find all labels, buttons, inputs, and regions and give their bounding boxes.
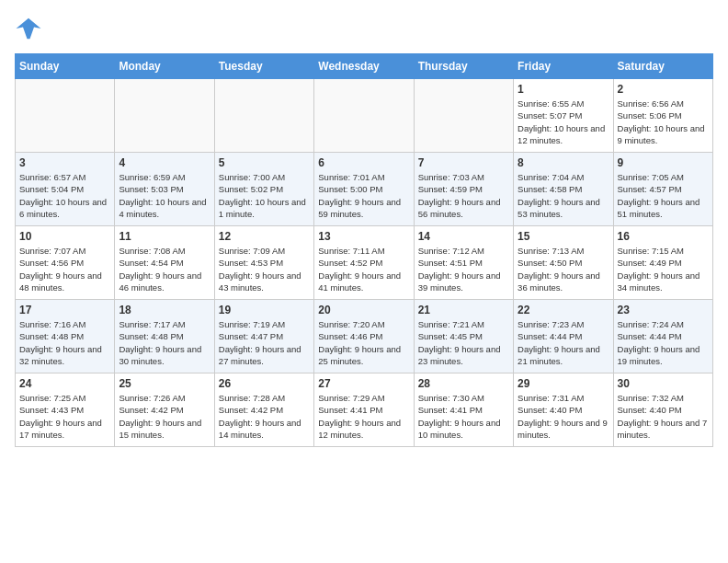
- calendar-cell: 20Sunrise: 7:20 AM Sunset: 4:46 PM Dayli…: [314, 300, 414, 373]
- calendar-week-1: 3Sunrise: 6:57 AM Sunset: 5:04 PM Daylig…: [16, 153, 713, 226]
- calendar-cell: 6Sunrise: 7:01 AM Sunset: 5:00 PM Daylig…: [314, 153, 414, 226]
- day-info: Sunrise: 7:20 AM Sunset: 4:46 PM Dayligh…: [318, 318, 409, 367]
- day-info: Sunrise: 7:17 AM Sunset: 4:48 PM Dayligh…: [119, 318, 210, 367]
- page-header: [15, 15, 713, 42]
- day-number: 10: [19, 230, 110, 243]
- day-number: 15: [518, 230, 609, 243]
- day-number: 11: [119, 230, 210, 243]
- day-info: Sunrise: 7:13 AM Sunset: 4:50 PM Dayligh…: [518, 245, 609, 293]
- calendar-cell: [414, 79, 513, 153]
- day-info: Sunrise: 7:24 AM Sunset: 4:44 PM Dayligh…: [618, 318, 709, 367]
- calendar-cell: 1Sunrise: 6:55 AM Sunset: 5:07 PM Daylig…: [514, 79, 613, 153]
- calendar-cell: [214, 79, 313, 153]
- day-info: Sunrise: 7:16 AM Sunset: 4:48 PM Dayligh…: [19, 318, 110, 367]
- calendar-body: 1Sunrise: 6:55 AM Sunset: 5:07 PM Daylig…: [16, 79, 713, 447]
- calendar-cell: [16, 79, 115, 153]
- day-info: Sunrise: 7:12 AM Sunset: 4:51 PM Dayligh…: [418, 245, 509, 293]
- calendar-cell: 4Sunrise: 6:59 AM Sunset: 5:03 PM Daylig…: [115, 153, 214, 226]
- day-number: 19: [219, 304, 310, 316]
- calendar-week-4: 24Sunrise: 7:25 AM Sunset: 4:43 PM Dayli…: [16, 373, 713, 447]
- calendar-cell: 22Sunrise: 7:23 AM Sunset: 4:44 PM Dayli…: [514, 300, 613, 373]
- day-info: Sunrise: 7:04 AM Sunset: 4:58 PM Dayligh…: [518, 171, 609, 220]
- calendar-week-2: 10Sunrise: 7:07 AM Sunset: 4:56 PM Dayli…: [16, 226, 713, 300]
- day-number: 16: [618, 230, 709, 243]
- day-info: Sunrise: 7:30 AM Sunset: 4:41 PM Dayligh…: [418, 392, 509, 441]
- day-header-tuesday: Tuesday: [214, 54, 313, 79]
- day-number: 13: [318, 230, 409, 243]
- calendar-cell: 16Sunrise: 7:15 AM Sunset: 4:49 PM Dayli…: [613, 226, 712, 300]
- day-number: 12: [219, 230, 310, 243]
- calendar-cell: 15Sunrise: 7:13 AM Sunset: 4:50 PM Dayli…: [514, 226, 613, 300]
- day-info: Sunrise: 7:05 AM Sunset: 4:57 PM Dayligh…: [618, 171, 709, 220]
- day-info: Sunrise: 7:07 AM Sunset: 4:56 PM Dayligh…: [19, 245, 110, 293]
- logo: [15, 15, 46, 42]
- calendar-cell: 27Sunrise: 7:29 AM Sunset: 4:41 PM Dayli…: [314, 373, 414, 447]
- day-number: 30: [618, 377, 709, 390]
- calendar-cell: 3Sunrise: 6:57 AM Sunset: 5:04 PM Daylig…: [16, 153, 115, 226]
- day-info: Sunrise: 7:03 AM Sunset: 4:59 PM Dayligh…: [418, 171, 509, 220]
- day-number: 7: [418, 156, 509, 169]
- day-info: Sunrise: 7:29 AM Sunset: 4:41 PM Dayligh…: [318, 392, 409, 441]
- calendar-cell: 5Sunrise: 7:00 AM Sunset: 5:02 PM Daylig…: [214, 153, 313, 226]
- day-number: 20: [318, 304, 409, 316]
- calendar-cell: 29Sunrise: 7:31 AM Sunset: 4:40 PM Dayli…: [514, 373, 613, 447]
- calendar-cell: 10Sunrise: 7:07 AM Sunset: 4:56 PM Dayli…: [16, 226, 115, 300]
- calendar-cell: 14Sunrise: 7:12 AM Sunset: 4:51 PM Dayli…: [414, 226, 513, 300]
- day-info: Sunrise: 6:59 AM Sunset: 5:03 PM Dayligh…: [119, 171, 210, 220]
- day-info: Sunrise: 7:31 AM Sunset: 4:40 PM Dayligh…: [518, 392, 609, 441]
- day-info: Sunrise: 7:15 AM Sunset: 4:49 PM Dayligh…: [618, 245, 709, 293]
- day-info: Sunrise: 7:19 AM Sunset: 4:47 PM Dayligh…: [219, 318, 310, 367]
- calendar-cell: 25Sunrise: 7:26 AM Sunset: 4:42 PM Dayli…: [115, 373, 214, 447]
- day-header-friday: Friday: [514, 54, 613, 79]
- svg-marker-0: [17, 18, 41, 40]
- day-number: 27: [318, 377, 409, 390]
- day-number: 29: [518, 377, 609, 390]
- day-number: 21: [418, 304, 509, 316]
- calendar-cell: 17Sunrise: 7:16 AM Sunset: 4:48 PM Dayli…: [16, 300, 115, 373]
- day-number: 18: [119, 304, 210, 316]
- day-header-wednesday: Wednesday: [314, 54, 414, 79]
- calendar-cell: 11Sunrise: 7:08 AM Sunset: 4:54 PM Dayli…: [115, 226, 214, 300]
- calendar-cell: 23Sunrise: 7:24 AM Sunset: 4:44 PM Dayli…: [613, 300, 712, 373]
- calendar-cell: 18Sunrise: 7:17 AM Sunset: 4:48 PM Dayli…: [115, 300, 214, 373]
- calendar-cell: 12Sunrise: 7:09 AM Sunset: 4:53 PM Dayli…: [214, 226, 313, 300]
- day-info: Sunrise: 6:57 AM Sunset: 5:04 PM Dayligh…: [19, 171, 110, 220]
- calendar-cell: 24Sunrise: 7:25 AM Sunset: 4:43 PM Dayli…: [16, 373, 115, 447]
- day-info: Sunrise: 7:08 AM Sunset: 4:54 PM Dayligh…: [119, 245, 210, 293]
- calendar-cell: 2Sunrise: 6:56 AM Sunset: 5:06 PM Daylig…: [613, 79, 712, 153]
- day-info: Sunrise: 6:55 AM Sunset: 5:07 PM Dayligh…: [518, 98, 609, 146]
- day-number: 17: [19, 304, 110, 316]
- day-number: 4: [119, 156, 210, 169]
- calendar-cell: 13Sunrise: 7:11 AM Sunset: 4:52 PM Dayli…: [314, 226, 414, 300]
- day-number: 5: [219, 156, 310, 169]
- day-info: Sunrise: 7:28 AM Sunset: 4:42 PM Dayligh…: [219, 392, 310, 441]
- calendar-cell: [314, 79, 414, 153]
- day-number: 6: [318, 156, 409, 169]
- day-info: Sunrise: 7:11 AM Sunset: 4:52 PM Dayligh…: [318, 245, 409, 293]
- day-info: Sunrise: 7:23 AM Sunset: 4:44 PM Dayligh…: [518, 318, 609, 367]
- calendar-header-row: SundayMondayTuesdayWednesdayThursdayFrid…: [16, 54, 713, 79]
- day-info: Sunrise: 7:01 AM Sunset: 5:00 PM Dayligh…: [318, 171, 409, 220]
- day-info: Sunrise: 7:32 AM Sunset: 4:40 PM Dayligh…: [618, 392, 709, 441]
- calendar-cell: 19Sunrise: 7:19 AM Sunset: 4:47 PM Dayli…: [214, 300, 313, 373]
- day-number: 2: [618, 83, 709, 96]
- day-header-monday: Monday: [115, 54, 214, 79]
- day-number: 9: [618, 156, 709, 169]
- day-info: Sunrise: 7:25 AM Sunset: 4:43 PM Dayligh…: [19, 392, 110, 441]
- day-info: Sunrise: 7:00 AM Sunset: 5:02 PM Dayligh…: [219, 171, 310, 220]
- calendar-cell: 26Sunrise: 7:28 AM Sunset: 4:42 PM Dayli…: [214, 373, 313, 447]
- day-number: 28: [418, 377, 509, 390]
- day-header-saturday: Saturday: [613, 54, 712, 79]
- calendar-week-0: 1Sunrise: 6:55 AM Sunset: 5:07 PM Daylig…: [16, 79, 713, 153]
- calendar-cell: 8Sunrise: 7:04 AM Sunset: 4:58 PM Daylig…: [514, 153, 613, 226]
- day-info: Sunrise: 7:26 AM Sunset: 4:42 PM Dayligh…: [119, 392, 210, 441]
- day-info: Sunrise: 6:56 AM Sunset: 5:06 PM Dayligh…: [618, 98, 709, 146]
- calendar-cell: 28Sunrise: 7:30 AM Sunset: 4:41 PM Dayli…: [414, 373, 513, 447]
- day-number: 22: [518, 304, 609, 316]
- calendar-cell: 9Sunrise: 7:05 AM Sunset: 4:57 PM Daylig…: [613, 153, 712, 226]
- calendar-cell: 7Sunrise: 7:03 AM Sunset: 4:59 PM Daylig…: [414, 153, 513, 226]
- calendar-cell: 21Sunrise: 7:21 AM Sunset: 4:45 PM Dayli…: [414, 300, 513, 373]
- calendar-week-3: 17Sunrise: 7:16 AM Sunset: 4:48 PM Dayli…: [16, 300, 713, 373]
- day-number: 25: [119, 377, 210, 390]
- day-header-thursday: Thursday: [414, 54, 513, 79]
